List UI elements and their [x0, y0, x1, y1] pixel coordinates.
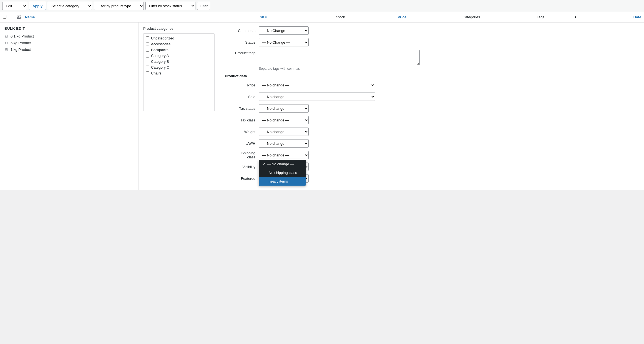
stock-col-header: Stock — [310, 15, 371, 19]
comments-control: — No Change — — [259, 26, 638, 35]
tax-class-field-row: Tax class — No change — — [225, 116, 638, 124]
category-checkbox-category-a[interactable] — [146, 54, 149, 58]
featured-control: — No change — — [259, 174, 638, 183]
category-label-chairs: Chairs — [151, 71, 162, 75]
price-control: — No change — — [259, 81, 638, 89]
shipping-option-heavy-items-label: heavy items — [269, 179, 288, 183]
lwh-field-row: L/W/H — No change — — [225, 139, 638, 148]
remove-product-1-icon[interactable]: ⦻ — [4, 34, 9, 38]
name-col-header: Name — [25, 15, 217, 19]
category-item-category-b: Category B — [145, 59, 213, 64]
status-label: Status — [225, 40, 255, 44]
weight-label: Weight — [225, 130, 255, 134]
product-type-select[interactable]: Filter by product type — [94, 2, 144, 10]
price-label: Price — [225, 83, 255, 87]
bulk-edit-title: BULK EDIT — [4, 26, 134, 31]
category-checkbox-category-c[interactable] — [146, 66, 149, 69]
status-field-row: Status — No Change — — [225, 38, 638, 46]
shipping-class-dropdown-popup: ✓ — No change — No shipping class heavy … — [259, 160, 306, 186]
category-label-category-c: Category C — [151, 65, 169, 69]
edit-select[interactable]: Edit — [2, 2, 27, 10]
tax-status-select[interactable]: — No change — — [259, 104, 309, 113]
category-item-uncategorized: Uncategorized — [145, 35, 213, 41]
category-label-category-a: Category A — [151, 54, 169, 58]
price-field-row: Price — No change — — [225, 81, 638, 89]
select-all-checkbox-col — [3, 15, 13, 19]
remove-product-3-icon[interactable]: ⦻ — [4, 47, 9, 52]
shipping-option-no-shipping-class-label: No shipping class — [269, 171, 297, 175]
shipping-option-heavy-items[interactable]: heavy items — [259, 177, 306, 186]
status-select[interactable]: — No Change — — [259, 38, 309, 46]
category-checkbox-chairs[interactable] — [146, 71, 149, 75]
tax-class-control: — No change — — [259, 116, 638, 124]
category-label-backpacks: Backpacks — [151, 48, 168, 52]
lwh-select[interactable]: — No change — — [259, 139, 309, 148]
product-tags-input[interactable] — [259, 50, 420, 65]
category-select[interactable]: Select a category — [48, 2, 92, 10]
sku-col-header: SKU — [217, 15, 310, 19]
category-item-accessories: Accessories — [145, 41, 213, 47]
apply-button[interactable]: Apply — [29, 2, 46, 10]
shipping-class-select[interactable]: — No change — — [259, 151, 309, 159]
weight-select[interactable]: — No change — — [259, 128, 309, 136]
shipping-option-no-shipping-class[interactable]: No shipping class — [259, 168, 306, 177]
category-list[interactable]: Uncategorized Accessories Backpacks Cate… — [143, 33, 215, 111]
category-checkbox-accessories[interactable] — [146, 42, 149, 46]
filter-button[interactable]: Filter — [197, 2, 210, 10]
product-tags-control: Separate tags with commas — [259, 50, 638, 71]
comments-select[interactable]: — No Change — — [259, 26, 309, 35]
category-checkbox-backpacks[interactable] — [146, 48, 149, 52]
stock-status-select[interactable]: Filter by stock status — [145, 2, 195, 10]
categories-col-header: Categories — [433, 15, 510, 19]
sale-control: — No change — — [259, 93, 638, 101]
product-tags-label: Product tags — [225, 50, 255, 55]
product-item-2: ⦻ 5 kg Product — [4, 41, 134, 45]
product-2-label: 5 kg Product — [11, 41, 31, 45]
comments-label: Comments — [225, 29, 255, 33]
table-header: Name SKU Stock Price Categories Tags ★ D… — [0, 12, 644, 23]
category-checkbox-uncategorized[interactable] — [146, 36, 149, 40]
tax-status-control: — No change — — [259, 104, 638, 113]
product-tags-field-row: Product tags Separate tags with commas — [225, 50, 638, 71]
product-data-heading: Product data — [225, 74, 638, 78]
bulk-edit-row: BULK EDIT ⦻ 0.1 kg Product ⦻ 5 kg Produc… — [0, 23, 644, 190]
category-item-backpacks: Backpacks — [145, 47, 213, 53]
product-3-label: 1 kg Product — [11, 48, 31, 52]
shipping-class-label: Shipping class — [225, 151, 255, 159]
shipping-class-field-row: Shipping class — No change — ✓ — No chan… — [225, 151, 638, 159]
toolbar: Edit Apply Select a category Filter by p… — [0, 0, 644, 12]
category-label-category-b: Category B — [151, 59, 169, 64]
tags-col-header: Tags — [510, 15, 571, 19]
category-item-chairs: Chairs — [145, 70, 213, 76]
product-1-label: 0.1 kg Product — [11, 34, 34, 38]
category-item-category-c: Category C — [145, 64, 213, 70]
image-icon — [16, 14, 21, 19]
category-label-accessories: Accessories — [151, 42, 170, 46]
tax-status-label: Tax status — [225, 106, 255, 111]
weight-control: — No change — — [259, 128, 638, 136]
product-categories-title: Product categories — [143, 26, 215, 31]
price-col-header: Price — [371, 15, 433, 19]
shipping-class-control: — No change — ✓ — No change — No shippin… — [259, 151, 638, 159]
sale-label: Sale — [225, 95, 255, 99]
price-select[interactable]: — No change — — [259, 81, 375, 89]
tax-class-select[interactable]: — No change — — [259, 116, 309, 124]
bulk-edit-products-pane: BULK EDIT ⦻ 0.1 kg Product ⦻ 5 kg Produc… — [0, 23, 139, 190]
category-checkbox-category-b[interactable] — [146, 60, 149, 63]
select-all-checkbox[interactable] — [3, 15, 6, 19]
date-col-header: Date — [580, 15, 641, 19]
image-col-header — [13, 14, 25, 20]
comments-field-row: Comments — No Change — — [225, 26, 638, 35]
category-item-category-a: Category A — [145, 53, 213, 59]
lwh-control: — No change — — [259, 139, 638, 148]
tax-status-field-row: Tax status — No change — — [225, 104, 638, 113]
visibility-control: — No change — — [259, 163, 638, 171]
shipping-option-no-change[interactable]: ✓ — No change — — [259, 160, 306, 168]
product-item-3: ⦻ 1 kg Product — [4, 47, 134, 52]
visibility-label: Visibility — [225, 165, 255, 169]
product-item-1: ⦻ 0.1 kg Product — [4, 34, 134, 38]
sale-select[interactable]: — No change — — [259, 93, 375, 101]
remove-product-2-icon[interactable]: ⦻ — [4, 41, 9, 45]
featured-label: Featured — [225, 176, 255, 181]
weight-field-row: Weight — No change — — [225, 128, 638, 136]
